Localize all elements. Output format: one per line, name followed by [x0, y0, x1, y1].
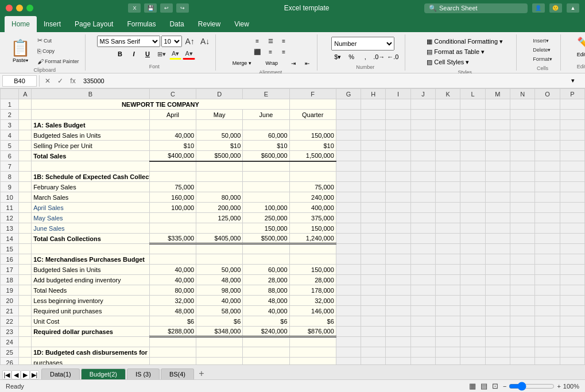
window-controls[interactable] — [6, 5, 33, 11]
insert-cells-button[interactable]: Insert▾ — [530, 37, 551, 45]
col-header-g[interactable]: G — [336, 89, 361, 99]
user-icon[interactable]: 👤 — [532, 3, 545, 13]
search-bar[interactable]: 🔍 Search Sheet — [424, 3, 528, 13]
font-color-button[interactable]: A▾ — [183, 49, 195, 60]
cell-f2[interactable]: Quarter — [289, 110, 336, 120]
increase-decimal-button[interactable]: .0→ — [373, 52, 385, 62]
decrease-font-button[interactable]: A↓ — [198, 36, 212, 47]
col-header-i[interactable]: I — [386, 89, 410, 99]
sheet-nav-next[interactable]: ▶ — [21, 370, 30, 379]
underline-button[interactable]: U — [141, 48, 154, 60]
sheet-tab-budget[interactable]: Budget(2) — [81, 368, 126, 379]
minimize-button[interactable] — [16, 5, 23, 11]
col-header-b[interactable]: B — [32, 89, 150, 99]
col-header-l[interactable]: L — [460, 89, 485, 99]
col-header-d[interactable]: D — [196, 89, 243, 99]
close-button[interactable] — [6, 5, 13, 11]
align-top-right-button[interactable]: ≡ — [277, 36, 290, 46]
tab-formulas[interactable]: Formulas — [120, 16, 162, 32]
normal-view-button[interactable]: ▦ — [469, 382, 476, 390]
cell-e2[interactable]: June — [243, 110, 289, 120]
col-header-n[interactable]: N — [510, 89, 534, 99]
col-header-h[interactable]: H — [361, 89, 386, 99]
formula-input[interactable] — [81, 77, 569, 84]
paste-button[interactable]: 📋 Paste ▾ — [8, 37, 33, 64]
cell-styles-button[interactable]: ▨ Cell Styles ▾ — [424, 57, 506, 67]
comma-button[interactable]: , — [359, 52, 371, 62]
undo-icon[interactable]: ↩ — [160, 3, 173, 13]
add-sheet-button[interactable]: + — [195, 368, 208, 379]
zoom-slider[interactable] — [509, 382, 555, 391]
confirm-formula-icon[interactable]: ✓ — [55, 75, 66, 87]
col-header-j[interactable]: J — [410, 89, 435, 99]
copy-button[interactable]: ⎘ Copy — [35, 46, 82, 56]
tab-insert[interactable]: Insert — [37, 16, 68, 32]
sheet-nav-first[interactable]: |◀ — [2, 370, 11, 379]
conditional-formatting-button[interactable]: ▦ Conditional Formatting ▾ — [424, 37, 506, 46]
col-header-k[interactable]: K — [436, 89, 460, 99]
collapse-icon[interactable]: ▲ — [567, 3, 579, 13]
bold-button[interactable]: B — [114, 48, 126, 60]
currency-button[interactable]: $▾ — [331, 52, 344, 62]
cell-a1[interactable] — [19, 99, 32, 110]
tab-pagelayout[interactable]: Page Layout — [68, 16, 120, 32]
format-cells-button[interactable]: Format▾ — [530, 55, 555, 63]
cut-button[interactable]: ✂ Cut — [35, 36, 82, 45]
cell-g1[interactable] — [336, 99, 361, 110]
page-layout-view-button[interactable]: ▤ — [481, 382, 487, 390]
percent-button[interactable]: % — [345, 52, 358, 62]
cell-b1[interactable]: NEWPORT TIE COMPANY — [32, 99, 289, 110]
zoom-out-button[interactable]: − — [503, 383, 506, 390]
editing-icon[interactable]: ✏️ Editing — [572, 36, 585, 59]
col-header-c[interactable]: C — [149, 89, 196, 99]
number-format-select[interactable]: Number General Currency Accounting Perce… — [331, 37, 394, 51]
col-header-a[interactable]: A — [19, 89, 32, 99]
cell-b2[interactable] — [32, 110, 150, 120]
row-number[interactable]: 2 — [1, 110, 19, 120]
cell-g2[interactable] — [336, 110, 361, 120]
align-top-left-button[interactable]: ≡ — [251, 36, 264, 46]
sheet-tab-bs[interactable]: BS(4) — [161, 368, 194, 379]
sheet-tab-is[interactable]: IS (3) — [127, 368, 160, 379]
italic-button[interactable]: I — [127, 48, 140, 60]
font-size-select[interactable]: 10 — [161, 36, 182, 47]
emoji-icon[interactable]: 🙂 — [549, 3, 562, 13]
increase-font-button[interactable]: A↑ — [183, 36, 197, 47]
cell-f1[interactable] — [289, 99, 336, 110]
page-break-view-button[interactable]: ⊡ — [492, 382, 498, 390]
maximize-button[interactable] — [26, 5, 33, 11]
border-button[interactable]: ⊞▾ — [155, 49, 168, 59]
zoom-in-button[interactable]: + — [557, 383, 560, 390]
fill-color-button[interactable]: A▾ — [169, 49, 181, 60]
delete-cells-button[interactable]: Delete▾ — [530, 46, 553, 54]
font-family-select[interactable]: MS Sans Serif — [97, 36, 160, 47]
tab-view[interactable]: View — [227, 16, 256, 32]
wrap-text-button[interactable]: Wrap — [257, 58, 286, 68]
col-header-o[interactable]: O — [535, 89, 560, 99]
col-header-m[interactable]: M — [485, 89, 510, 99]
redo-icon[interactable]: ↪ — [176, 3, 189, 13]
tab-data[interactable]: Data — [162, 16, 191, 32]
format-painter-button[interactable]: 🖌 Format Painter — [35, 57, 82, 66]
sheet-tab-data[interactable]: Data(1) — [41, 368, 80, 379]
tab-home[interactable]: Home — [5, 16, 37, 32]
merge-center-button[interactable]: Merge ▾ — [227, 58, 256, 68]
align-right-button[interactable]: ≡ — [277, 46, 290, 57]
cell-a2[interactable] — [19, 110, 32, 120]
insert-function-icon[interactable]: fx — [67, 75, 79, 87]
col-header-f[interactable]: F — [289, 89, 336, 99]
align-center-button[interactable]: ≡ — [264, 46, 277, 57]
align-left-button[interactable]: ⬛ — [251, 46, 264, 57]
formula-expand-button[interactable]: ▾ — [571, 77, 583, 84]
sheet-nav-last[interactable]: ▶| — [30, 370, 39, 379]
indent-button[interactable]: ⇥ — [287, 58, 300, 68]
sheet-nav-prev[interactable]: ◀ — [11, 370, 21, 379]
cancel-formula-icon[interactable]: ✕ — [42, 75, 53, 87]
cell-d2[interactable]: May — [196, 110, 243, 120]
align-top-center-button[interactable]: ☰ — [264, 36, 277, 46]
tab-review[interactable]: Review — [191, 16, 227, 32]
format-as-table-button[interactable]: ▤ Format as Table ▾ — [424, 47, 506, 57]
col-header-e[interactable]: E — [243, 89, 289, 99]
outdent-button[interactable]: ⇤ — [301, 58, 313, 68]
row-number[interactable]: 1 — [1, 99, 19, 110]
